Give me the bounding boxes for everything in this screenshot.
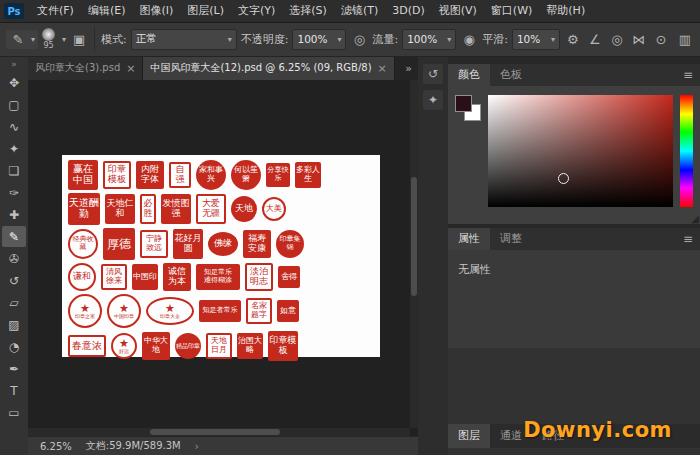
mode-select[interactable]: 正常 ▾ — [131, 29, 237, 50]
stamp-text: 天道酬勤 — [69, 198, 99, 220]
document-tab-bar: 风印章大全(3).psd×中国风印章大全(12).psd @ 6.25% (09… — [28, 56, 418, 80]
smoothing-options-gear-icon[interactable]: ⚙ — [564, 32, 582, 47]
eraser-tool[interactable]: ▱ — [2, 292, 26, 313]
menu-item[interactable]: 编辑(E) — [81, 0, 133, 22]
status-flyout-arrow-icon[interactable]: › — [195, 441, 199, 452]
watermark-text: Downyi.com — [523, 418, 672, 442]
stamp-text: 知足者常乐 — [200, 307, 240, 315]
color-picker-cursor[interactable] — [558, 173, 569, 184]
stamp-row: 赢在中国印章模板内附字体自强家和事兴何以笙箫分享快乐多彩人生 — [68, 160, 374, 190]
flow-select[interactable]: 100% ▾ — [402, 29, 456, 50]
stamp-text: 诚信为本 — [164, 267, 190, 286]
menu-item[interactable]: 图层(L) — [180, 0, 231, 22]
seal-stamp: 谦和 — [68, 263, 96, 291]
zoom-level-field[interactable]: 6.25% — [40, 441, 72, 452]
history-brush-tool[interactable]: ↺ — [2, 270, 26, 291]
clone-stamp-tool[interactable]: ✇ — [2, 248, 26, 269]
menu-item[interactable]: 滤镜(T) — [334, 0, 385, 22]
seal-stamp: 印章模板 — [268, 331, 298, 361]
menu-item[interactable]: 3D(D) — [385, 0, 432, 22]
lasso-tool[interactable]: ∿ — [2, 116, 26, 137]
horizontal-scrollbar[interactable] — [28, 428, 410, 436]
menu-item[interactable]: 图像(I) — [132, 0, 180, 22]
brush-size-picker[interactable]: 95 — [42, 28, 55, 50]
search-icon[interactable]: ⊙ — [652, 32, 670, 47]
stamp-text: 必胜 — [143, 199, 153, 218]
stamp-text: 淡泊明志 — [248, 267, 270, 286]
properties-panel-header: 属性调整 ≡ — [448, 228, 700, 250]
tab-overflow-icon[interactable]: » — [399, 56, 418, 80]
stamp-row: 经典收藏厚德宁静致远花好月圆佛缘福寿安康印章集锦 — [68, 228, 374, 260]
marquee-tool[interactable]: ▢ — [2, 94, 26, 115]
panel-tab[interactable]: 色板 — [490, 64, 532, 86]
menu-item[interactable]: 视图(V) — [432, 0, 484, 22]
menu-item[interactable]: 帮助(H) — [539, 0, 592, 22]
toggle-brush-settings-icon[interactable]: ▣ — [70, 32, 88, 47]
menu-item[interactable]: 窗口(W) — [484, 0, 539, 22]
tab-label: 中国风印章大全(12).psd @ 6.25% (09, RGB/8) — [150, 61, 371, 75]
stamp-text: 印章集锦 — [277, 236, 303, 251]
panel-tab[interactable]: 属性 — [448, 228, 490, 250]
caret-down-icon[interactable]: ▾ — [62, 35, 66, 44]
size-pressure-icon[interactable]: ◎ — [608, 32, 626, 47]
panel-resize-handle-icon[interactable]: ◢ — [691, 214, 699, 224]
panel-tab[interactable]: 颜色 — [448, 64, 490, 86]
quick-selection-tool[interactable]: ✦ — [2, 138, 26, 159]
panel-tab[interactable]: 图层 — [448, 424, 490, 448]
canvas-area[interactable]: 赢在中国印章模板内附字体自强家和事兴何以笙箫分享快乐多彩人生天道酬勤天地仁和必胜… — [28, 80, 418, 436]
move-tool[interactable]: ✥ — [2, 72, 26, 93]
menu-item[interactable]: 选择(S) — [282, 0, 334, 22]
workspace-switcher-icon[interactable]: ▥ — [676, 32, 694, 47]
brush-tool[interactable]: ✎ — [2, 226, 26, 247]
tool-preset-picker[interactable]: ✎ ▾ — [6, 30, 38, 49]
toolbar-collapse-icon[interactable]: » — [11, 56, 17, 72]
type-tool[interactable]: T — [2, 380, 26, 401]
foreground-background-swatches[interactable] — [455, 95, 481, 121]
smoothing-select[interactable]: 10% ▾ — [512, 29, 560, 50]
blur-tool[interactable]: ◔ — [2, 336, 26, 357]
gradient-tool[interactable]: ▨ — [2, 314, 26, 335]
saturation-brightness-field[interactable] — [488, 95, 673, 207]
vertical-scrollbar-thumb[interactable] — [411, 177, 417, 295]
crop-tool[interactable]: ❏ — [2, 160, 26, 181]
seal-stamp: 宁静致远 — [140, 230, 168, 258]
document-tab[interactable]: 中国风印章大全(12).psd @ 6.25% (09, RGB/8)× — [143, 56, 394, 80]
shape-tool[interactable]: ▭ — [2, 402, 26, 423]
properties-panel: 属性调整 ≡ 无属性 — [448, 228, 700, 424]
stamp-text: 印章模板 — [269, 336, 297, 355]
airbrush-icon[interactable]: ◉ — [460, 32, 478, 47]
seal-stamp: 大爱无疆 — [196, 194, 226, 224]
seal-stamp: 大美 — [262, 197, 286, 221]
tab-close-icon[interactable]: × — [126, 63, 135, 74]
tab-close-icon[interactable]: × — [378, 63, 387, 74]
photoshop-logo: Ps — [4, 3, 24, 19]
pen-tool[interactable]: ✒ — [2, 358, 26, 379]
stamp-text: 中国印 — [133, 273, 157, 282]
seal-stamp: 多彩人生 — [295, 162, 321, 188]
panel-menu-icon[interactable]: ≡ — [676, 64, 700, 86]
horizontal-scrollbar-thumb[interactable] — [150, 429, 280, 435]
menu-item[interactable]: 文字(Y) — [231, 0, 282, 22]
menu-item[interactable]: 文件(F) — [30, 0, 81, 22]
separator — [94, 27, 95, 51]
seal-stamp: 治国大略 — [237, 333, 263, 359]
seal-stamp: 知足者常乐 — [199, 300, 241, 322]
stamp-text: 天地日月 — [209, 337, 229, 354]
document-canvas[interactable]: 赢在中国印章模板内附字体自强家和事兴何以笙箫分享快乐多彩人生天道酬勤天地仁和必胜… — [62, 155, 380, 357]
vertical-scrollbar[interactable] — [410, 80, 418, 428]
stamp-text: 治国大略 — [238, 337, 262, 354]
brush-settings-panel-icon[interactable]: ✦ — [423, 90, 443, 110]
opacity-select[interactable]: 100% ▾ — [292, 29, 346, 50]
hue-slider[interactable] — [680, 95, 693, 207]
foreground-color-swatch[interactable] — [455, 95, 472, 112]
brush-angle-icon[interactable]: ∠ — [586, 32, 604, 47]
healing-brush-tool[interactable]: ✚ — [2, 204, 26, 225]
symmetry-icon[interactable]: ⋈ — [630, 32, 648, 47]
document-tab[interactable]: 风印章大全(3).psd× — [28, 56, 143, 80]
stamp-text: 天地 — [235, 204, 253, 214]
panel-tab[interactable]: 调整 — [490, 228, 532, 250]
history-panel-icon[interactable]: ↺ — [423, 64, 443, 84]
eyedropper-tool[interactable]: ✑ — [2, 182, 26, 203]
opacity-pressure-icon[interactable]: ◎ — [350, 32, 368, 47]
panel-menu-icon[interactable]: ≡ — [676, 228, 700, 250]
